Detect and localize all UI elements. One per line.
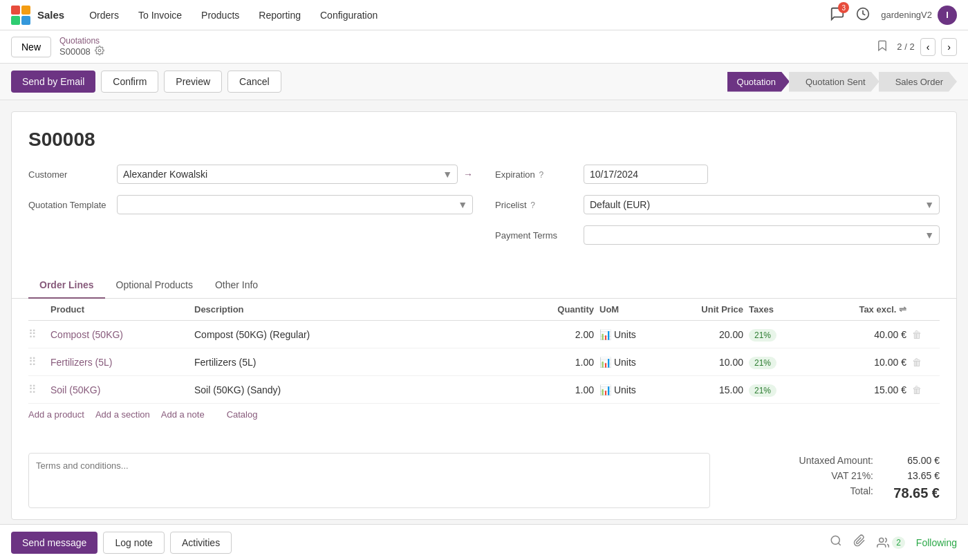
pricelist-wrapper: Default (EUR) ▼ <box>584 195 940 214</box>
product-uom: 📊 Units <box>599 329 655 340</box>
following-button[interactable]: Following <box>916 537 957 548</box>
add-note-link[interactable]: Add a note <box>161 409 205 420</box>
product-name[interactable]: Soil (50KG) <box>50 384 189 395</box>
nav-configuration[interactable]: Configuration <box>312 7 386 24</box>
record-header: S00008 Customer Alexander Kowalski ▼ → <box>12 112 956 267</box>
send-email-button[interactable]: Send by Email <box>11 71 95 93</box>
forecast-icon[interactable]: 📊 <box>599 329 611 340</box>
add-links: Add a product Add a section Add a note C… <box>28 404 940 431</box>
product-quantity[interactable]: 1.00 <box>525 357 594 368</box>
th-quantity: Quantity <box>525 304 594 315</box>
forecast-icon[interactable]: 📊 <box>599 384 611 395</box>
terms-textarea[interactable] <box>28 453 710 508</box>
delete-row-icon[interactable]: 🗑 <box>912 384 940 395</box>
customer-select-wrapper: Alexander Kowalski ▼ <box>117 165 458 184</box>
product-description[interactable]: Fertilizers (5L) <box>194 357 519 368</box>
status-sales-order[interactable]: Sales Order <box>879 72 957 92</box>
product-quantity[interactable]: 1.00 <box>525 384 594 395</box>
followers-icon[interactable]: 2 <box>877 536 905 549</box>
tab-other-info[interactable]: Other Info <box>204 272 269 299</box>
footer-right: 2 Following <box>830 534 957 550</box>
breadcrumb-parent[interactable]: Quotations <box>59 36 104 46</box>
adjust-columns-icon[interactable]: ⇌ <box>899 304 906 315</box>
next-record-button[interactable]: › <box>941 38 957 56</box>
vat-label: VAT 21%: <box>763 470 873 481</box>
footer: Send message Log note Activities 2 Follo… <box>0 524 968 560</box>
nav-orders[interactable]: Orders <box>81 7 127 24</box>
product-tax-excl: 15.00 € <box>823 384 906 395</box>
breadcrumb-bar: New Quotations S00008 2 / 2 ‹ › <box>0 30 968 64</box>
notif-count: 3 <box>838 2 849 13</box>
payment-terms-wrapper: ▼ <box>584 225 940 245</box>
confirm-button[interactable]: Confirm <box>101 71 158 93</box>
record-title: S00008 <box>28 129 940 151</box>
customer-label: Customer <box>28 169 111 180</box>
settings-icon[interactable] <box>95 46 104 57</box>
navigation-arrows: 2 / 2 ‹ › <box>876 38 957 56</box>
delete-row-icon[interactable]: 🗑 <box>912 357 940 368</box>
app-name[interactable]: Sales <box>37 9 64 21</box>
payment-terms-label: Payment Terms <box>495 230 578 241</box>
new-button[interactable]: New <box>11 37 51 57</box>
add-section-link[interactable]: Add a section <box>95 409 150 420</box>
nav-products[interactable]: Products <box>193 7 248 24</box>
status-quotation-sent[interactable]: Quotation Sent <box>789 72 879 92</box>
preview-button[interactable]: Preview <box>164 71 222 93</box>
drag-handle[interactable]: ⠿ <box>28 328 45 341</box>
payment-terms-select[interactable] <box>584 225 940 245</box>
drag-handle[interactable]: ⠿ <box>28 355 45 368</box>
customer-select[interactable]: Alexander Kowalski <box>117 165 458 184</box>
nav-to-invoice[interactable]: To Invoice <box>130 7 190 24</box>
nav-counter: 2 / 2 <box>897 41 914 52</box>
add-product-link[interactable]: Add a product <box>28 409 84 420</box>
app-logo[interactable] <box>11 6 30 25</box>
product-description[interactable]: Soil (50KG) (Sandy) <box>194 384 519 395</box>
tax-badge[interactable]: 21% <box>749 329 776 342</box>
notifications-icon[interactable]: 3 <box>830 6 845 24</box>
expiration-input[interactable] <box>584 165 708 184</box>
status-quotation[interactable]: Quotation <box>727 72 790 92</box>
untaxed-value: 65.00 € <box>884 455 940 466</box>
drag-handle[interactable]: ⠿ <box>28 383 45 396</box>
quotation-template-select[interactable] <box>117 195 473 214</box>
username: gardeningV2 <box>881 10 932 20</box>
product-unit-price[interactable]: 20.00 <box>660 329 743 340</box>
tab-order-lines[interactable]: Order Lines <box>28 272 105 299</box>
expiration-help-icon[interactable]: ? <box>539 170 543 180</box>
th-unit-price: Unit Price <box>660 304 743 315</box>
pricelist-select[interactable]: Default (EUR) <box>584 195 940 214</box>
prev-record-button[interactable]: ‹ <box>920 38 936 56</box>
send-message-button[interactable]: Send message <box>11 532 97 554</box>
catalog-link[interactable]: Catalog <box>227 409 258 420</box>
log-note-button[interactable]: Log note <box>103 532 165 554</box>
clock-icon[interactable] <box>856 7 870 23</box>
product-unit-price[interactable]: 10.00 <box>660 357 743 368</box>
user-menu[interactable]: gardeningV2 I <box>881 6 957 25</box>
tax-badge[interactable]: 21% <box>749 384 776 397</box>
tab-optional-products[interactable]: Optional Products <box>105 272 204 299</box>
product-description[interactable]: Compost (50KG) (Regular) <box>194 329 519 340</box>
customer-external-link[interactable]: → <box>463 169 473 180</box>
th-tax-excl: Tax excl. ⇌ <box>823 304 906 315</box>
product-tax-excl: 40.00 € <box>823 329 906 340</box>
forecast-icon[interactable]: 📊 <box>599 357 611 368</box>
svg-rect-0 <box>11 6 20 15</box>
activities-button[interactable]: Activities <box>170 532 232 554</box>
tax-badge[interactable]: 21% <box>749 357 776 369</box>
svg-point-6 <box>831 536 839 544</box>
search-footer-icon[interactable] <box>830 534 842 550</box>
cancel-button[interactable]: Cancel <box>227 71 281 93</box>
untaxed-amount-row: Untaxed Amount: 65.00 € <box>732 453 940 468</box>
nav-reporting[interactable]: Reporting <box>250 7 309 24</box>
bookmark-icon[interactable] <box>876 39 888 54</box>
attachment-icon[interactable] <box>853 534 866 550</box>
delete-row-icon[interactable]: 🗑 <box>912 329 940 340</box>
product-quantity[interactable]: 2.00 <box>525 329 594 340</box>
product-name[interactable]: Compost (50KG) <box>50 329 189 340</box>
pricelist-help-icon[interactable]: ? <box>530 200 535 210</box>
main-content: S00008 Customer Alexander Kowalski ▼ → <box>11 111 957 520</box>
product-name[interactable]: Fertilizers (5L) <box>50 357 189 368</box>
product-unit-price[interactable]: 15.00 <box>660 384 743 395</box>
topnav-right: 3 gardeningV2 I <box>830 6 957 25</box>
user-avatar: I <box>938 6 957 25</box>
